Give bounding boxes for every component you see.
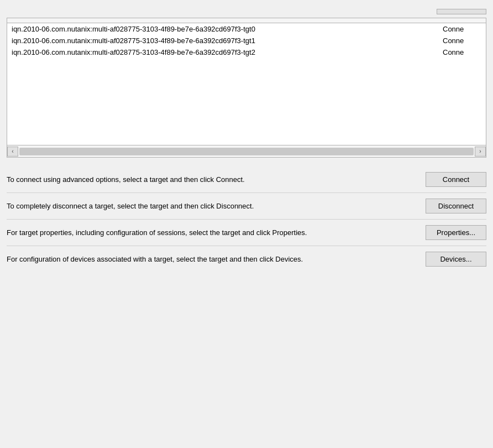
table-body: iqn.2010-06.com.nutanix:multi-af028775-3… [7,23,486,145]
row-name: iqn.2010-06.com.nutanix:multi-af028775-3… [12,25,443,33]
table-row[interactable]: iqn.2010-06.com.nutanix:multi-af028775-3… [7,35,486,46]
action-btn-wrap: Disconnect [420,199,486,213]
action-description: For target properties, including configu… [7,227,411,238]
action-btn-disconnect[interactable]: Disconnect [426,199,486,213]
action-description: For configuration of devices associated … [7,254,411,265]
action-row: To completely disconnect a target, selec… [7,193,486,219]
action-row: To connect using advanced options, selec… [7,166,486,192]
action-row: For target properties, including configu… [7,220,486,246]
action-row: For configuration of devices associated … [7,246,486,272]
action-btn-connect[interactable]: Connect [426,172,486,187]
top-bar [7,9,486,14]
table-row[interactable]: iqn.2010-06.com.nutanix:multi-af028775-3… [7,46,486,58]
main-container: iqn.2010-06.com.nutanix:multi-af028775-3… [0,0,493,448]
row-status: Conne [443,25,481,33]
action-btn-devices---[interactable]: Devices... [426,252,486,267]
row-status: Conne [443,37,481,45]
targets-table-panel: iqn.2010-06.com.nutanix:multi-af028775-3… [7,18,486,158]
row-name: iqn.2010-06.com.nutanix:multi-af028775-3… [12,37,443,45]
scroll-right-arrow[interactable]: › [475,147,486,157]
table-row[interactable]: iqn.2010-06.com.nutanix:multi-af028775-3… [7,23,486,35]
row-status: Conne [443,48,481,56]
action-description: To connect using advanced options, selec… [7,174,411,185]
table-header [7,18,486,23]
horizontal-scrollbar: ‹ › [7,145,486,157]
scroll-left-arrow[interactable]: ‹ [7,147,18,157]
action-btn-properties---[interactable]: Properties... [426,225,486,240]
row-name: iqn.2010-06.com.nutanix:multi-af028775-3… [12,48,443,56]
action-description: To completely disconnect a target, selec… [7,201,411,212]
actions-section: To connect using advanced options, selec… [7,166,486,272]
refresh-button[interactable] [437,9,486,14]
action-btn-wrap: Properties... [420,225,486,240]
action-btn-wrap: Connect [420,172,486,187]
scroll-track[interactable] [19,148,474,155]
action-btn-wrap: Devices... [420,252,486,267]
